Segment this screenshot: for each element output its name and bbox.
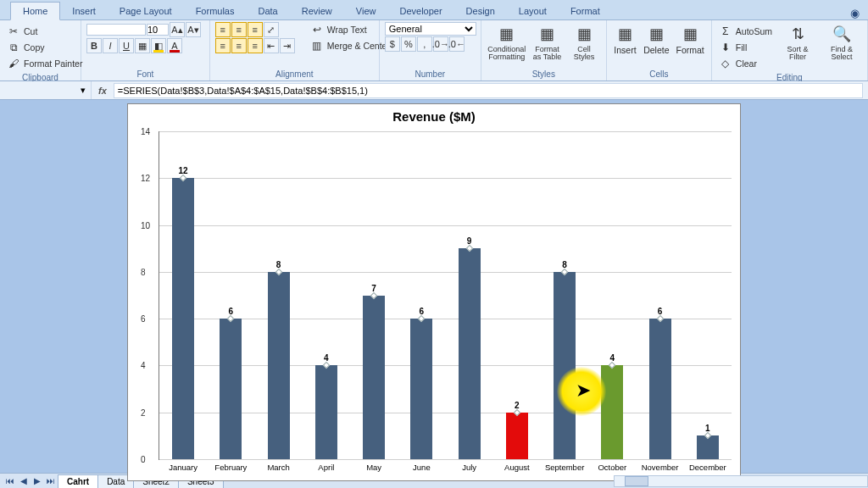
help-icon[interactable]: ◉: [850, 7, 860, 19]
cut-button[interactable]: ✂Cut: [5, 24, 84, 39]
horizontal-scrollbar[interactable]: [614, 475, 868, 487]
bar-slot: 7May: [350, 131, 398, 459]
bar-slot: 9July: [446, 131, 493, 459]
copy-label: Copy: [24, 42, 45, 53]
align-left-button[interactable]: ≡: [215, 38, 231, 53]
group-number: General $ % , .0→ .0← Number: [380, 20, 481, 80]
borders-button[interactable]: ▦: [135, 38, 150, 53]
series-marker: [704, 432, 711, 439]
format-painter-button[interactable]: 🖌Format Painter: [5, 56, 84, 71]
delete-label: Delete: [643, 46, 669, 55]
tab-nav-prev[interactable]: ◀: [17, 476, 31, 485]
tab-data[interactable]: Data: [246, 3, 289, 19]
series-marker: [418, 315, 425, 322]
bar[interactable]: 8: [554, 272, 576, 459]
bold-button[interactable]: B: [86, 38, 102, 53]
delete-cells-button[interactable]: ▦Delete: [642, 22, 670, 57]
tab-home[interactable]: Home: [10, 2, 60, 20]
autosum-button[interactable]: ΣAutoSum: [717, 24, 774, 39]
italic-button[interactable]: I: [103, 38, 118, 53]
underline-button[interactable]: U: [119, 38, 134, 53]
tab-view[interactable]: View: [344, 3, 388, 19]
bar[interactable]: 6: [220, 319, 242, 459]
tab-review[interactable]: Review: [290, 3, 344, 19]
font-name-input[interactable]: [86, 24, 146, 36]
grow-font-button[interactable]: A▴: [170, 22, 185, 37]
series-marker: [609, 362, 615, 369]
number-format-select[interactable]: General: [385, 22, 476, 36]
copy-button[interactable]: ⧉Copy: [5, 40, 84, 55]
decrease-indent-button[interactable]: ⇤: [264, 38, 279, 53]
format-cells-button[interactable]: ▦Format: [675, 22, 706, 57]
tab-design[interactable]: Design: [454, 3, 507, 19]
currency-button[interactable]: $: [385, 36, 400, 52]
tab-developer[interactable]: Developer: [387, 3, 453, 19]
align-bottom-button[interactable]: ≡: [248, 22, 263, 37]
bar[interactable]: 12: [172, 178, 194, 459]
bar[interactable]: 7: [363, 296, 385, 460]
series-marker: [370, 291, 377, 298]
bar[interactable]: 4: [315, 365, 337, 459]
orientation-button[interactable]: ⤢: [264, 22, 279, 37]
chart-plot-area[interactable]: 0246810121412January6February8March4Apri…: [159, 131, 732, 460]
bar[interactable]: 6: [410, 319, 432, 459]
cell-styles-label: Cell Styles: [569, 46, 599, 61]
sort-filter-button[interactable]: ⇅Sort & Filter: [777, 22, 818, 63]
chart-object[interactable]: Revenue ($M) 0246810121412January6Februa…: [127, 103, 741, 481]
group-alignment: ≡ ≡ ≡ ⤢ ≡ ≡ ≡ ⇤ ⇥ ↩Wrap Text ▥Merge & Ce…: [210, 20, 380, 80]
increase-decimal-button[interactable]: .0→: [433, 36, 448, 52]
x-axis-label: August: [493, 459, 541, 472]
percent-button[interactable]: %: [401, 36, 416, 52]
find-icon: 🔍: [832, 24, 852, 44]
tab-layout[interactable]: Layout: [507, 3, 559, 19]
tab-nav-next[interactable]: ▶: [31, 476, 44, 485]
tab-page-layout[interactable]: Page Layout: [108, 3, 184, 19]
insert-cells-button[interactable]: ▦Insert: [612, 22, 638, 57]
cell-styles-button[interactable]: ▦Cell Styles: [567, 22, 601, 63]
format-as-table-button[interactable]: ▦Format as Table: [531, 22, 565, 63]
copy-icon: ⧉: [7, 41, 20, 54]
fill-button[interactable]: ⬇Fill: [717, 40, 774, 55]
font-size-input[interactable]: [147, 24, 169, 36]
conditional-formatting-button[interactable]: ▦Conditional Formatting: [487, 22, 527, 63]
group-styles: ▦Conditional Formatting ▦Format as Table…: [481, 20, 607, 80]
sheet-tab-cahrt[interactable]: Cahrt: [58, 474, 98, 488]
font-color-button[interactable]: A: [167, 38, 182, 53]
chart-title[interactable]: Revenue ($M): [128, 104, 740, 125]
bar[interactable]: 9: [459, 248, 481, 459]
align-right-button[interactable]: ≡: [248, 38, 263, 53]
tab-insert[interactable]: Insert: [60, 3, 108, 19]
bar[interactable]: 4: [601, 365, 623, 459]
tab-format[interactable]: Format: [559, 3, 612, 19]
series-marker: [227, 315, 234, 322]
clear-button[interactable]: ◇Clear: [717, 56, 774, 71]
bar[interactable]: 6: [649, 319, 671, 459]
align-middle-button[interactable]: ≡: [231, 22, 247, 37]
tab-formulas[interactable]: Formulas: [184, 3, 247, 19]
bar[interactable]: 1: [697, 435, 719, 459]
align-center-button[interactable]: ≡: [231, 38, 247, 53]
fx-icon[interactable]: fx: [92, 86, 114, 96]
shrink-font-button[interactable]: A▾: [186, 22, 201, 37]
comma-button[interactable]: ,: [417, 36, 432, 52]
y-axis-tick: 2: [141, 408, 146, 417]
format-painter-label: Format Painter: [24, 58, 82, 69]
group-clipboard: ✂Cut ⧉Copy 🖌Format Painter Clipboard: [0, 20, 81, 80]
scrollbar-thumb[interactable]: [625, 476, 648, 486]
bar[interactable]: 8: [268, 272, 290, 459]
increase-indent-button[interactable]: ⇥: [280, 38, 295, 53]
x-axis-label: February: [207, 459, 254, 472]
format-icon: ▦: [680, 24, 700, 44]
decrease-decimal-button[interactable]: .0←: [449, 36, 465, 52]
group-cells: ▦Insert ▦Delete ▦Format Cells: [607, 20, 712, 80]
formula-input[interactable]: =SERIES(Data!$B$3,Data!$A$4:$A$15,Data!$…: [114, 83, 863, 98]
find-select-button[interactable]: 🔍Find & Select: [821, 22, 862, 63]
tab-nav-first[interactable]: ⏮: [3, 476, 17, 485]
tab-nav-last[interactable]: ⏭: [44, 476, 58, 485]
fill-color-button[interactable]: ◧: [151, 38, 166, 53]
align-top-button[interactable]: ≡: [215, 22, 231, 37]
bar[interactable]: 2: [506, 413, 528, 459]
bar-series[interactable]: 12January6February8March4April7May6June9…: [159, 131, 732, 459]
cut-label: Cut: [24, 26, 37, 36]
name-box[interactable]: ▾: [0, 81, 92, 99]
